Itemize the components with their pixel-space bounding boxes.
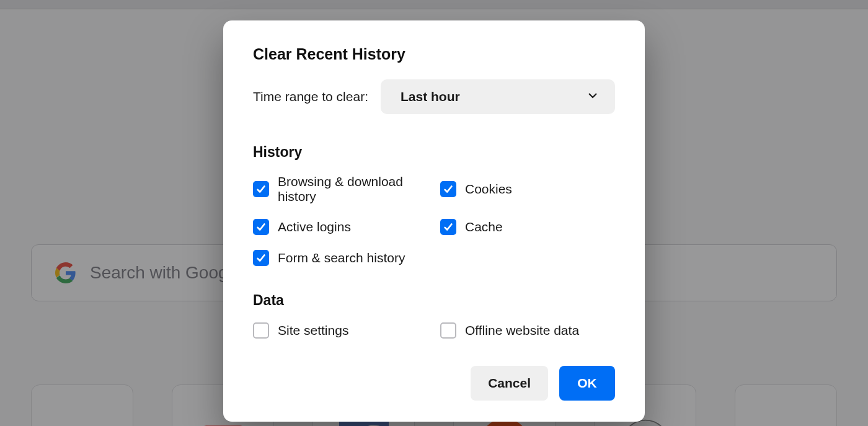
checkbox-empty-icon xyxy=(440,322,456,339)
time-range-label: Time range to clear: xyxy=(253,89,368,104)
dialog-title: Clear Recent History xyxy=(253,45,615,63)
checkbox-cache[interactable]: Cache xyxy=(440,219,615,235)
cancel-button[interactable]: Cancel xyxy=(471,366,548,401)
checkbox-label: Cookies xyxy=(465,182,512,197)
time-range-row: Time range to clear: Last hour xyxy=(253,79,615,114)
checkmark-icon xyxy=(440,219,456,235)
data-section-title: Data xyxy=(253,292,615,309)
checkbox-browsing-download-history[interactable]: Browsing & download history xyxy=(253,174,428,204)
checkbox-label: Offline website data xyxy=(465,323,579,338)
history-options: Browsing & download history Cookies Acti… xyxy=(253,174,615,266)
checkmark-icon xyxy=(440,181,456,197)
data-options: Site settings Offline website data xyxy=(253,322,615,339)
checkmark-icon xyxy=(253,181,269,197)
checkbox-label: Cache xyxy=(465,220,503,234)
history-section-title: History xyxy=(253,144,615,161)
checkbox-site-settings[interactable]: Site settings xyxy=(253,322,428,339)
checkbox-empty-icon xyxy=(253,322,269,339)
ok-button[interactable]: OK xyxy=(559,366,615,401)
checkmark-icon xyxy=(253,219,269,235)
chevron-down-icon xyxy=(587,89,599,104)
checkbox-label: Form & search history xyxy=(278,251,405,265)
dialog-button-row: Cancel OK xyxy=(253,366,615,401)
checkbox-label: Active logins xyxy=(278,220,351,234)
checkbox-form-search-history[interactable]: Form & search history xyxy=(253,250,428,266)
clear-history-dialog: Clear Recent History Time range to clear… xyxy=(223,20,645,422)
time-range-select[interactable]: Last hour xyxy=(381,79,615,114)
time-range-value: Last hour xyxy=(401,89,587,104)
checkbox-label: Browsing & download history xyxy=(278,174,428,204)
checkmark-icon xyxy=(253,250,269,266)
checkbox-active-logins[interactable]: Active logins xyxy=(253,219,428,235)
checkbox-cookies[interactable]: Cookies xyxy=(440,174,615,204)
checkbox-offline-website-data[interactable]: Offline website data xyxy=(440,322,615,339)
checkbox-label: Site settings xyxy=(278,323,348,338)
